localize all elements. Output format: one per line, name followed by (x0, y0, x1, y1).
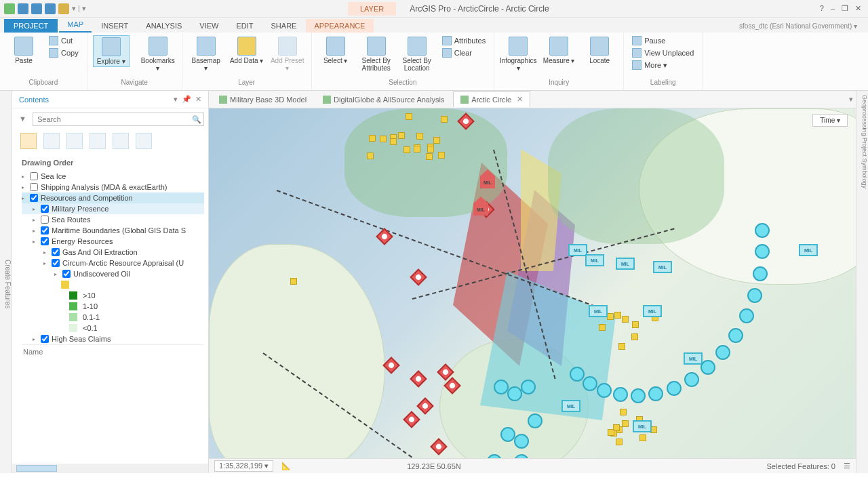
tab-share[interactable]: SHARE (263, 19, 305, 33)
qat-custom-icon[interactable] (58, 3, 69, 14)
close-button[interactable]: ✕ (855, 4, 861, 13)
map-symbol-circ[interactable] (755, 223, 770, 238)
save-icon[interactable] (18, 3, 28, 14)
map-symbol-circ[interactable] (494, 380, 509, 394)
map-symbol-yel[interactable] (390, 138, 397, 145)
map-symbol-circ[interactable] (728, 328, 743, 343)
map-symbol-circ[interactable] (613, 387, 628, 402)
map-symbol-mil[interactable]: MIL (589, 305, 608, 317)
layer-visibility-checkbox[interactable] (52, 259, 60, 267)
map-symbol-red[interactable] (382, 357, 399, 373)
basemap-button[interactable]: Basemap ▾ (188, 35, 224, 73)
map-symbol-yel[interactable] (380, 136, 387, 142)
map-symbol-yel[interactable] (403, 146, 410, 153)
tab-insert[interactable]: INSERT (93, 19, 136, 33)
view-tabs-menu-icon[interactable]: ▾ (849, 95, 853, 104)
explore-button[interactable]: Explore ▾ (93, 35, 130, 67)
map-symbol-circ[interactable] (667, 381, 682, 396)
pause-labeling-button[interactable]: Pause (629, 35, 696, 46)
map-symbol-yel[interactable] (620, 409, 627, 415)
map-symbol-circ[interactable] (500, 427, 515, 442)
map-symbol-yel[interactable] (369, 135, 376, 142)
contents-search-input[interactable] (33, 113, 204, 126)
help-button[interactable]: ? (820, 4, 824, 13)
map-symbol-yel[interactable] (367, 152, 374, 159)
toc-layer-item[interactable]: ▸Energy Resources (22, 236, 204, 247)
add-data-button[interactable]: Add Data ▾ (229, 35, 265, 66)
map-symbol-yel[interactable] (616, 439, 623, 445)
layer-visibility-checkbox[interactable] (30, 194, 38, 202)
cut-button[interactable]: Cut (46, 35, 81, 46)
tab-analysis[interactable]: ANALYSIS (138, 19, 190, 33)
layer-visibility-checkbox[interactable] (62, 270, 71, 278)
map-symbol-circ[interactable] (753, 266, 768, 281)
layer-visibility-checkbox[interactable] (52, 248, 60, 256)
map-symbol-yel[interactable] (639, 434, 646, 441)
view-tab-arctic[interactable]: Arctic Circle✕ (453, 92, 530, 107)
user-info[interactable]: sfoss_dtc (Esri National Government) ▾ (732, 20, 864, 33)
layer-visibility-checkbox[interactable] (41, 335, 49, 343)
map-symbol-red[interactable] (416, 397, 433, 414)
undo-icon[interactable] (31, 3, 42, 14)
map-scale-input[interactable]: 1:35,328,199 ▾ (214, 460, 273, 472)
map-symbol-circ[interactable] (631, 388, 646, 403)
view-tab-digitalglobe[interactable]: DigitalGlobe & AllSource Analysis (315, 92, 452, 107)
map-symbol-red[interactable] (430, 438, 447, 455)
map-symbol-circ[interactable] (684, 372, 699, 387)
map-symbol-yel[interactable] (406, 113, 412, 120)
more-labeling-button[interactable]: More ▾ (629, 60, 696, 70)
select-button[interactable]: Select ▾ (317, 35, 354, 66)
toc-layer-item[interactable]: ▸Sea Routes (22, 214, 204, 225)
add-preset-button[interactable]: Add Preset ▾ (269, 35, 306, 73)
map-symbol-circ[interactable] (514, 434, 529, 449)
toc-layer-item[interactable]: ▸Gas And Oil Extraction (22, 247, 204, 258)
toc-snapping-button[interactable] (113, 133, 129, 149)
infographics-button[interactable]: Infographics ▾ (500, 35, 536, 73)
map-symbol-mil[interactable]: MIL (799, 244, 818, 256)
select-by-location-button[interactable]: Select By Location (399, 35, 435, 73)
map-symbol-house[interactable]: MIL (480, 176, 495, 188)
pane-menu-icon[interactable]: ▾ (174, 95, 178, 104)
layer-visibility-checkbox[interactable] (41, 237, 49, 245)
measure-button[interactable]: Measure ▾ (540, 35, 577, 66)
map-symbol-red[interactable] (410, 370, 427, 387)
map-symbol-yel[interactable] (632, 321, 639, 328)
map-symbol-red[interactable] (410, 268, 427, 285)
map-symbol-mil[interactable]: MIL (684, 352, 703, 365)
create-features-rail[interactable]: Create Features (0, 91, 12, 473)
map-symbol-mil[interactable]: MIL (616, 258, 635, 270)
redo-icon[interactable] (45, 3, 56, 14)
pane-close-icon[interactable]: ✕ (195, 95, 201, 104)
toc-layer-item[interactable]: ▸Circum-Arctic Resource Appraisal (U (22, 258, 204, 268)
contents-hscroll[interactable] (12, 464, 208, 473)
clear-selection-button[interactable]: Clear (439, 47, 488, 58)
scale-tools-icon[interactable]: 📐 (281, 462, 291, 470)
map-symbol-circ[interactable] (701, 360, 715, 375)
toc-layer-item[interactable]: ▸Maritime Boundaries (Global GIS Data S (22, 225, 204, 236)
toc-source-button[interactable] (43, 133, 60, 149)
toc-layer-item[interactable]: ▸High Seas Claims (22, 333, 204, 344)
map-symbol-yel[interactable] (433, 137, 440, 144)
project-tab[interactable]: PROJECT (4, 19, 58, 33)
toc-labeling-button[interactable] (136, 133, 152, 149)
map-symbol-yel[interactable] (608, 429, 614, 436)
layer-visibility-checkbox[interactable] (41, 205, 49, 213)
attributes-button[interactable]: Attributes (439, 35, 488, 46)
layer-visibility-checkbox[interactable] (41, 226, 49, 235)
toc-layer-item[interactable]: ▸Sea Ice (22, 171, 204, 182)
map-symbol-yel[interactable] (426, 153, 433, 160)
toc-editing-button[interactable] (90, 133, 106, 149)
map-symbol-yel[interactable] (427, 146, 434, 152)
map-symbol-yel[interactable] (414, 146, 420, 152)
map-symbol-yel[interactable] (631, 333, 638, 340)
map-symbol-yel[interactable] (290, 278, 297, 285)
map-symbol-mil[interactable]: MIL (653, 261, 672, 273)
filter-icon[interactable]: ▼ (19, 115, 28, 124)
time-slider-button[interactable]: Time ▾ (812, 114, 848, 127)
select-by-attributes-button[interactable]: Select By Attributes (358, 35, 395, 73)
map-symbol-circ[interactable] (597, 383, 612, 398)
map-symbol-house[interactable]: MIL (473, 203, 488, 216)
map-symbol-circ[interactable] (648, 386, 663, 401)
tab-edit[interactable]: EDIT (228, 19, 261, 33)
close-tab-icon[interactable]: ✕ (517, 95, 523, 104)
